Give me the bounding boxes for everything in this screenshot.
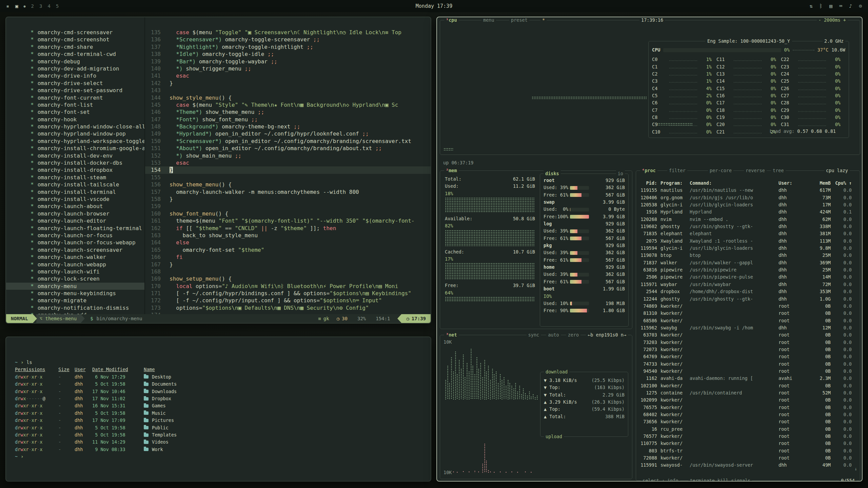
file-item[interactable]: *omarchy-font-current xyxy=(6,94,144,101)
process-table-header[interactable]: Pid: Program: Command: User: MemB Cpu% ↑ xyxy=(636,180,860,187)
file-item[interactable]: *omarchy-drive-set-password xyxy=(6,87,144,94)
net-zero-toggle[interactable]: zero xyxy=(566,331,581,339)
process-row[interactable]: 68402 kworker/ root 0B 0.0 xyxy=(636,411,860,418)
process-row[interactable]: 115962 swaybg /usr/bin/swaybg -i /hom dh… xyxy=(636,324,860,331)
process-row[interactable]: 71835 elephant elephant dhh 381M 0.0 xyxy=(636,230,860,237)
network-interface[interactable]: ←b enp191s0 n→ xyxy=(586,331,628,339)
process-row[interactable]: 16 rcu_pree root 0B 0.0 xyxy=(636,426,860,433)
process-row[interactable]: 803 btrfs-tr root 0B 0.0 xyxy=(636,447,860,454)
file-item[interactable]: *omarchy-pkg-add xyxy=(6,311,144,314)
file-item[interactable]: *omarchy-launch-floating-terminal xyxy=(6,225,144,232)
memory-panel-title[interactable]: ²mem xyxy=(444,167,459,174)
process-row[interactable]: 73203 kworker/ root 0B 0.0 xyxy=(636,339,860,346)
terminal-window[interactable]: ~›ls PermissionsSizeUserDate ModifiedNam… xyxy=(5,337,431,482)
process-row[interactable]: 1162 avahi-da avahi-daemon: running [ av… xyxy=(636,375,860,382)
process-row[interactable]: 72073 kworker/ root 0B 0.0 xyxy=(636,346,860,353)
process-row[interactable]: 119078 btop btop dhh 25M 0.0 xyxy=(636,252,860,259)
file-item[interactable]: *omarchy-notification-dismiss xyxy=(6,304,144,311)
proc-option[interactable]: tree xyxy=(771,167,786,174)
process-row[interactable]: 76575 kworker/ root 0B 0.0 xyxy=(636,404,860,411)
process-row[interactable]: 74733 kworker/ root 0B 0.0 xyxy=(636,361,860,368)
process-row[interactable]: 68586 kworker/ root 0B 0.0 xyxy=(636,317,860,324)
file-item[interactable]: *omarchy-font-list xyxy=(6,101,144,108)
file-item[interactable]: *omarchy-cmd-screensaver xyxy=(6,29,144,36)
file-item[interactable]: *omarchy-hyprland-window-close-all xyxy=(6,123,144,130)
tray-icon[interactable]: ▤ xyxy=(829,3,832,9)
file-item[interactable]: *omarchy-menu xyxy=(6,283,144,290)
process-row[interactable]: 102099 kworker/ root 0B 0.0 xyxy=(636,396,860,404)
file-item[interactable]: *omarchy-cmd-share xyxy=(6,43,144,50)
process-row[interactable]: 102100 kworker/ root 0B 0.0 xyxy=(636,382,860,389)
process-row[interactable]: 74869 kworker/ root 0B 0.0 xyxy=(636,303,860,310)
workspace-item[interactable]: 4 xyxy=(47,3,50,9)
file-item[interactable]: *omarchy-launch-about xyxy=(6,203,144,210)
scroll-down-icon[interactable]: ↓ xyxy=(854,465,857,472)
process-row[interactable]: 119155 nautilus /usr/bin/nautilus --new … xyxy=(636,187,860,194)
process-row[interactable]: 1275 containe /usr/bin/containerd root 5… xyxy=(636,389,860,396)
file-item[interactable]: *omarchy-launch-or-focus xyxy=(6,232,144,239)
workspace-item[interactable]: 3 xyxy=(39,3,42,9)
tray-icon[interactable]: ᛒ xyxy=(820,3,823,9)
file-item[interactable]: *omarchy-font-set xyxy=(6,108,144,116)
proc-actions[interactable]: terminate kill signals xyxy=(688,477,752,482)
file-item[interactable]: *omarchy-debug xyxy=(6,58,144,65)
proc-option[interactable]: reverse xyxy=(744,167,767,174)
process-row[interactable]: 120538 glycin-i /usr/lib/glycin-loaders … xyxy=(636,201,860,208)
process-row[interactable]: 119594 glycin-i /usr/lib/glycin-loaders … xyxy=(636,245,860,252)
refresh-interval-control[interactable]: - 2000ms + xyxy=(817,17,848,24)
code-editor[interactable]: 135 case $(menu "Toggle" "▣ Screensaver\… xyxy=(145,17,431,314)
workspace-item[interactable]: ▣ xyxy=(15,3,18,9)
process-row[interactable]: 63816 pipewire /usr/bin/pipewire dhh 25M… xyxy=(636,266,860,273)
file-item[interactable]: *omarchy-drive-select xyxy=(6,80,144,87)
process-panel-title[interactable]: ⁴proc xyxy=(640,167,657,174)
file-item[interactable]: *omarchy-install-dev-env xyxy=(6,152,144,159)
process-row[interactable]: 2544 dropbox /home/dhh/.dropbox-dist dhh… xyxy=(636,288,860,295)
file-item[interactable]: *omarchy-cmd-screenshot xyxy=(6,36,144,43)
file-item[interactable]: *omarchy-launch-screensaver xyxy=(6,246,144,253)
process-row[interactable]: 115971 waybar /usr/bin/waybar dhh 72M 0.… xyxy=(636,281,860,288)
preset-button[interactable]: preset xyxy=(509,17,529,24)
file-item[interactable]: *omarchy-install-vscode xyxy=(6,196,144,203)
network-panel-title[interactable]: ³net xyxy=(444,331,459,339)
tray-icon[interactable]: ⌨ xyxy=(839,3,842,9)
process-row[interactable]: 64769 kworker/ root 0B 0.0 xyxy=(636,353,860,360)
process-row[interactable]: 81310 kworker/ root 0B 0.0 xyxy=(636,310,860,317)
preset-star[interactable]: * xyxy=(540,17,547,24)
process-row[interactable]: 119602 ghostty /usr/bin/ghostty --gtk- d… xyxy=(636,223,860,230)
process-row[interactable]: 120268 nvim nvim --embed . dhh 62M 0.0 xyxy=(636,216,860,223)
process-row[interactable]: 2506 pipewire /usr/bin/pipewire-pulse dh… xyxy=(636,273,860,281)
file-item[interactable]: *omarchy-cmd-terminal-cwd xyxy=(6,50,144,58)
process-row[interactable]: 12244 ghostty /usr/bin/ghostty --gtk- dh… xyxy=(636,296,860,303)
process-row[interactable]: 94540 kworker/ root 0B 0.0 xyxy=(636,368,860,375)
proc-option[interactable]: per-core xyxy=(708,167,733,174)
process-row[interactable]: 73656 kworker/ root 0B 0.0 xyxy=(636,418,860,425)
process-row[interactable]: 71837 walker /usr/bin/walker --gappl dhh… xyxy=(636,259,860,266)
prompt-line[interactable]: ~› xyxy=(15,453,431,460)
file-item[interactable]: *omarchy-hyprland-workspace-toggle xyxy=(6,138,144,145)
file-item[interactable]: *omarchy-install-tailscale xyxy=(6,181,144,188)
file-item[interactable]: *omarchy-migrate xyxy=(6,297,144,304)
process-row[interactable]: 110775 kworker/ root 0B 0.0 xyxy=(636,440,860,447)
tray-icon[interactable]: ⇅ xyxy=(810,3,813,9)
process-row[interactable]: 1916 Hyprland Hyprland dhh 424M 0.1 xyxy=(636,208,860,216)
file-item[interactable]: *omarchy-launch-walker xyxy=(6,253,144,261)
tray-icon[interactable]: ⊙ xyxy=(859,3,862,9)
file-item[interactable]: *omarchy-launch-browser xyxy=(6,210,144,217)
file-item[interactable]: *omarchy-menu-keybindings xyxy=(6,290,144,297)
file-item[interactable]: *omarchy-launch-webapp xyxy=(6,261,144,268)
menu-button[interactable]: menu xyxy=(481,17,496,24)
process-row[interactable]: 63703 kworker/ root 0B 0.0 xyxy=(636,331,860,339)
cpu-panel-title[interactable]: ¹cpu xyxy=(444,17,459,24)
file-item[interactable]: *omarchy-install-dropbox xyxy=(6,166,144,174)
file-item[interactable]: *omarchy-launch-or-focus-webapp xyxy=(6,239,144,246)
file-item[interactable]: *omarchy-install-chromium-google-a xyxy=(6,145,144,152)
disks-title[interactable]: disks xyxy=(544,170,561,177)
net-sync-toggle[interactable]: sync xyxy=(527,331,541,339)
process-row[interactable]: 2075 Xwayland Xwayland :1 -rootless - dh… xyxy=(636,238,860,245)
file-item[interactable]: *omarchy-launch-editor xyxy=(6,217,144,224)
tray-icon[interactable]: ♪ xyxy=(849,3,852,9)
file-item[interactable]: *omarchy-install-steam xyxy=(6,174,144,181)
file-item[interactable]: *omarchy-drive-info xyxy=(6,72,144,79)
file-item[interactable]: *omarchy-install-docker-dbs xyxy=(6,159,144,166)
net-auto-toggle[interactable]: auto xyxy=(546,331,561,339)
